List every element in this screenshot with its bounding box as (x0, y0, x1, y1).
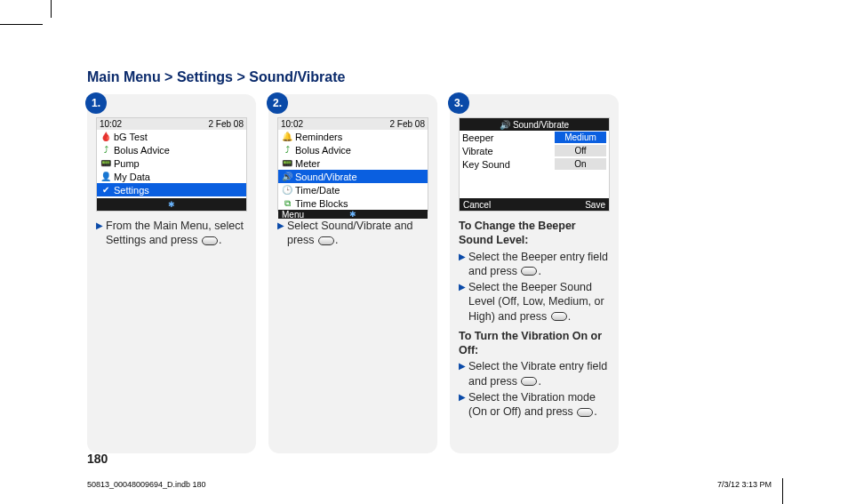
screen-footerbar: CancelSave (460, 198, 609, 211)
screen-footerbar: Menu✱ (278, 210, 428, 219)
oval-button-icon (577, 408, 593, 417)
menu-item-icon: ⧉ (281, 198, 293, 209)
step-badge: 1. (85, 92, 107, 114)
status-bar: 10:02 2 Feb 08 (97, 118, 246, 130)
menu-item-label: Bolus Advice (295, 145, 351, 156)
bullet-arrow-icon: ▶ (459, 390, 466, 420)
menu-item-label: Reminders (295, 132, 342, 142)
bluetooth-icon: ✱ (349, 210, 356, 219)
instruction-text: Select the Beeper Sound Level (Off, Low,… (468, 280, 610, 324)
status-date: 2 Feb 08 (390, 119, 425, 129)
menu-item[interactable]: ⤴Bolus Advice (278, 143, 428, 156)
crop-mark (782, 478, 783, 504)
oval-button-icon (202, 236, 218, 245)
device-screen: 🔊Sound/VibrateBeeperMediumVibrateOffKey … (459, 117, 610, 212)
oval-button-icon (318, 236, 334, 245)
instruction-text: Select the Vibrate entry field and press… (468, 359, 610, 388)
menu-item-icon: 🩸 (100, 132, 112, 141)
option-key: Beeper (462, 132, 493, 143)
menu-item-label: Pump (114, 158, 140, 169)
oval-button-icon (521, 267, 537, 276)
print-footer: 50813_00048009694_D.indb 180 7/3/12 3:13… (87, 480, 772, 489)
instructions: To Change the Beeper Sound Level:▶Select… (459, 219, 610, 419)
instructions: ▶Select Sound/Vibrate and press . (277, 219, 428, 248)
screen-body: 🔔Reminders⤴Bolus Advice📟Meter🔊Sound/Vibr… (278, 130, 428, 210)
bullet-arrow-icon: ▶ (459, 250, 466, 279)
menu-item-icon: 👤 (100, 172, 112, 181)
device-screen: 10:02 2 Feb 08🔔Reminders⤴Bolus Advice📟Me… (277, 117, 428, 212)
sound-icon: 🔊 (500, 120, 510, 130)
menu-item[interactable]: 🩸bG Test (97, 130, 246, 143)
step-badge: 3. (448, 92, 469, 114)
option-row[interactable]: BeeperMedium (460, 131, 609, 144)
menu-item-icon: 📟 (100, 158, 112, 168)
instruction-text: From the Main Menu, select Settings and … (106, 219, 247, 248)
menu-item-icon: ⤴ (100, 145, 112, 155)
status-time: 10:02 (100, 119, 122, 129)
menu-item[interactable]: 📟Pump (97, 156, 246, 170)
menu-item[interactable]: ✔Settings (97, 183, 246, 196)
device-screen: 10:02 2 Feb 08🩸bG Test⤴Bolus Advice📟Pump… (96, 117, 247, 212)
card-row: 1.10:02 2 Feb 08🩸bG Test⤴Bolus Advice📟Pu… (87, 94, 775, 453)
screen-footerbar: ✱ (97, 198, 246, 211)
option-row[interactable]: Key SoundOn (460, 157, 609, 171)
option-value[interactable]: Medium (555, 132, 606, 143)
instruction-bullet: ▶From the Main Menu, select Settings and… (96, 219, 247, 248)
breadcrumb: Main Menu > Settings > Sound/Vibrate (87, 69, 775, 85)
step-card-1: 1.10:02 2 Feb 08🩸bG Test⤴Bolus Advice📟Pu… (87, 94, 256, 453)
screen-title: Sound/Vibrate (513, 120, 569, 130)
menu-item-label: Settings (114, 185, 149, 196)
status-bar: 10:02 2 Feb 08 (278, 118, 428, 130)
page: Main Menu > Settings > Sound/Vibrate 1.1… (0, 0, 848, 504)
menu-item-label: Time Blocks (295, 198, 348, 209)
instruction-heading: To Turn the Vibration On or Off: (459, 329, 610, 358)
content-area: Main Menu > Settings > Sound/Vibrate 1.1… (87, 69, 775, 453)
menu-item[interactable]: 📟Meter (278, 156, 428, 170)
bullet-arrow-icon: ▶ (459, 280, 466, 324)
instruction-text: Select Sound/Vibrate and press . (287, 219, 428, 248)
screen-body: 🩸bG Test⤴Bolus Advice📟Pump👤My Data✔Setti… (97, 130, 246, 198)
option-key: Vibrate (462, 146, 493, 156)
bullet-arrow-icon: ▶ (96, 219, 103, 248)
option-row[interactable]: VibrateOff (460, 144, 609, 157)
menu-item[interactable]: ⧉Time Blocks (278, 196, 428, 210)
softkey-right[interactable]: Save (585, 200, 605, 210)
option-value[interactable]: On (555, 158, 606, 170)
menu-item-label: Time/Date (295, 185, 340, 196)
oval-button-icon (521, 377, 537, 386)
softkey-left[interactable]: Menu (282, 210, 304, 220)
menu-item[interactable]: ⤴Bolus Advice (97, 143, 246, 156)
status-spacer (164, 119, 166, 129)
instruction-bullet: ▶Select the Vibrate entry field and pres… (459, 359, 610, 388)
option-value[interactable]: Off (555, 145, 606, 156)
footer-file: 50813_00048009694_D.indb 180 (87, 480, 206, 489)
menu-item-icon: ✔ (100, 185, 112, 195)
bullet-arrow-icon: ▶ (459, 359, 466, 388)
menu-item-icon: ⤴ (281, 145, 293, 155)
instruction-text: Select the Beeper entry field and press … (468, 250, 610, 279)
menu-item-label: Meter (295, 158, 320, 169)
menu-item-label: Sound/Vibrate (295, 172, 357, 182)
menu-item-label: bG Test (114, 132, 148, 142)
status-spacer (345, 119, 348, 129)
status-date: 2 Feb 08 (209, 119, 244, 129)
menu-item[interactable]: 👤My Data (97, 170, 246, 183)
option-key: Key Sound (462, 159, 510, 170)
instruction-bullet: ▶Select the Vibration mode (On or Off) a… (459, 390, 610, 420)
menu-item-icon: 🕒 (281, 185, 293, 195)
menu-item-icon: 🔊 (281, 172, 293, 181)
step-card-2: 2.10:02 2 Feb 08🔔Reminders⤴Bolus Advice📟… (268, 94, 437, 453)
instruction-text: Select the Vibration mode (On or Off) an… (468, 390, 610, 420)
menu-item[interactable]: 🔔Reminders (278, 130, 428, 143)
menu-item-icon: 🔔 (281, 132, 293, 141)
instruction-bullet: ▶Select the Beeper entry field and press… (459, 250, 610, 279)
step-badge: 2. (267, 92, 288, 114)
menu-item[interactable]: 🔊Sound/Vibrate (278, 170, 428, 183)
instructions: ▶From the Main Menu, select Settings and… (96, 219, 247, 248)
menu-item-icon: 📟 (281, 158, 293, 168)
screen-titlebar: 🔊Sound/Vibrate (460, 118, 609, 131)
bullet-arrow-icon: ▶ (277, 219, 284, 248)
softkey-left[interactable]: Cancel (463, 200, 491, 210)
menu-item[interactable]: 🕒Time/Date (278, 183, 428, 196)
status-time: 10:02 (281, 119, 303, 129)
